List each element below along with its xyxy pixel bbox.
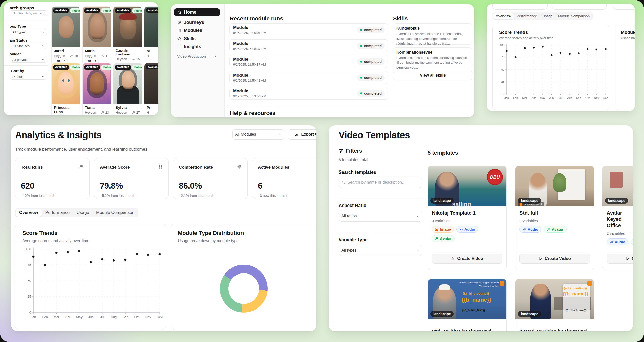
template-card-clipped[interactable]: {{a_hi_greeting}} {{b_name}} {{c_black_t… — [515, 279, 594, 331]
avatar-card[interactable]: Available Public Photo Jared Heygen 18 I… — [51, 6, 80, 66]
audio-variable-badge: Audio — [456, 226, 478, 233]
sidebar-item-home[interactable]: Home — [174, 8, 220, 16]
status-dot — [360, 29, 362, 31]
run-title: Module · — [233, 73, 266, 78]
audio-icon — [522, 228, 526, 231]
skill-card[interactable]: Kombinationsevne Evnen til at omsætte ku… — [393, 47, 472, 67]
avatar-card[interactable]: Available Public Photo Sylvia Heygen 27 … — [113, 63, 142, 115]
divider — [230, 105, 472, 105]
template-card-clipped[interactable]: AI Video genrated with ai.typoconsult.dk… — [428, 279, 507, 331]
avatar-card[interactable]: Available Public Photo Tiana Heygen 23 I… — [82, 63, 111, 115]
orientation-badge: landscape — [518, 311, 541, 317]
template-thumbnail: landscape ai.typoconsult.dk — [515, 166, 594, 206]
export-csv-button[interactable]: Export CSV — [288, 129, 316, 140]
score-trends-chart: 0255075100JanFebMarAprMayJunJulAugSepOct… — [16, 246, 165, 329]
avatar-card[interactable]: Available Public Photo Maria Heygen 11 I… — [82, 6, 111, 66]
tab-usage[interactable]: Usage — [540, 13, 555, 19]
module-run-row[interactable]: Module · 9/2/2025, 11:50:41 AM completed — [229, 71, 388, 84]
sidebar-item-modules[interactable]: Modules — [174, 27, 220, 34]
avatar-variable-badge: Avatar — [631, 238, 633, 245]
sidebar-item-journeys[interactable]: Journeys — [174, 19, 220, 26]
tab-performance[interactable]: Performance — [42, 209, 73, 217]
avatar-card-clipped[interactable]: Available Pr H — [144, 63, 158, 115]
run-time: 9/2/2025, 11:50:37 AM — [233, 63, 266, 66]
skill-description: Evnen til at omsætte kundens behov og si… — [396, 56, 469, 70]
template-variables: 3 variables — [432, 219, 450, 223]
mini-tabs: Overview Performance Usage Module Compar… — [492, 12, 593, 20]
variable-black-text: {{c_black_text}} — [566, 309, 586, 312]
svg-text:Dec: Dec — [157, 315, 163, 319]
module-run-row[interactable]: Module · 9/17/2025, 5:53:56 PM completed — [229, 87, 388, 100]
skills-title: Skills — [393, 15, 408, 22]
template-search-input[interactable] — [347, 180, 419, 185]
tab-performance[interactable]: Performance — [514, 13, 539, 19]
orientation-badge: landscape — [430, 311, 454, 317]
sort-by-select[interactable]: Default — [10, 74, 47, 80]
avatar-count: 27 — [136, 111, 140, 114]
plant-shape — [553, 173, 566, 192]
avatar-card-clipped[interactable]: Available M H — [144, 6, 158, 60]
create-video-button[interactable]: Create Video — [519, 254, 590, 264]
create-video-button[interactable]: Create Video — [607, 254, 633, 264]
chevron-down-icon — [42, 75, 45, 78]
view-all-skills-button[interactable]: View all skills — [393, 71, 472, 80]
sidebar-item-label: Journeys — [184, 20, 204, 25]
template-card[interactable]: DBU salling landscape Nikolaj Template 1… — [428, 166, 507, 270]
dbu-logo: DBU — [487, 169, 503, 185]
template-variables: 2 variables — [519, 219, 538, 223]
avatar-photo: Available Public Photo — [83, 63, 111, 104]
chart-subtitle: Usage breakdown by module type — [178, 238, 239, 243]
filters-label: Filters — [346, 148, 362, 154]
avatar-card[interactable]: Available Public Photo Captain Ironbeard… — [113, 6, 142, 70]
tab-module-comparison[interactable]: Module Comparison — [556, 13, 592, 19]
module-run-row[interactable]: Module · 8/25/2025, 5:08:37 PM completed — [229, 39, 388, 52]
stat-label: Active Modules — [258, 165, 289, 170]
svg-text:Mar: Mar — [522, 96, 527, 99]
skill-card[interactable]: Kundefokus Evnen til konsekvent at sætte… — [393, 23, 472, 45]
module-run-row[interactable]: Module · 8/25/2025, 3:00:01 PM completed — [229, 23, 388, 36]
provider-value: All providers — [12, 58, 30, 62]
tab-overview[interactable]: Overview — [493, 13, 514, 19]
avatar-card[interactable]: Available Public Photo Princess Luna Hey… — [51, 63, 80, 115]
module-filter-select[interactable]: All Modules — [232, 129, 284, 140]
stat-label: Completion Rate — [179, 165, 213, 170]
template-card[interactable]: landscape ai.typoconsult.dk Std. full 2 … — [515, 166, 594, 270]
tab-overview[interactable]: Overview — [16, 209, 42, 217]
create-video-button[interactable]: Create Video — [432, 254, 502, 264]
tab-module-comparison[interactable]: Module Comparison — [93, 209, 138, 217]
clipped-card-top — [492, 4, 548, 10]
svg-text:Nov: Nov — [594, 96, 599, 99]
aspect-ratio-value: All ratios — [341, 214, 357, 218]
provider-select[interactable]: All providers — [10, 57, 47, 63]
recent-runs-title: Recent module runs — [230, 15, 283, 22]
aspect-ratio-select[interactable]: All ratios — [339, 211, 422, 222]
variable-type-select[interactable]: All types — [339, 245, 422, 256]
public-photo-badge: Public Photo — [132, 8, 142, 13]
svg-text:Nov: Nov — [145, 315, 151, 319]
stat-card-total-runs: Total Runs 620 +12% from last month — [15, 158, 90, 199]
chevron-down-icon — [214, 55, 217, 58]
book-icon — [177, 28, 181, 33]
sidebar-item-video-production[interactable]: Video Production — [174, 52, 220, 60]
template-variables: 2 variables — [607, 231, 625, 235]
sidebar-item-skills[interactable]: Skills — [174, 35, 220, 42]
avatar-name: Tiana — [85, 105, 109, 110]
stat-delta: +5.2% from last month — [100, 194, 135, 198]
svg-text:Oct: Oct — [134, 315, 140, 319]
sort-by-value: Default — [12, 75, 23, 79]
tab-usage[interactable]: Usage — [73, 209, 92, 217]
sidebar-item-label: Insights — [184, 44, 201, 49]
templates-total: 5 templates total — [339, 158, 368, 162]
status-dot — [360, 61, 362, 63]
template-card-clipped[interactable]: landscape Avatar Keyed Office 2 variable… — [602, 166, 633, 270]
page-title: Analytics & Insights — [15, 130, 102, 141]
module-run-row[interactable]: Module · 9/2/2025, 11:50:37 AM completed — [229, 55, 388, 68]
sidebar-item-insights[interactable]: Insights — [174, 43, 220, 50]
search-input[interactable] — [18, 11, 45, 15]
status-dot — [360, 92, 362, 94]
avatar-face — [58, 72, 74, 95]
main-status-select[interactable]: All Statuses — [10, 43, 47, 49]
group-type-select[interactable]: All Types — [10, 29, 47, 35]
svg-text:Aug: Aug — [567, 96, 572, 99]
image-icon — [435, 228, 438, 231]
